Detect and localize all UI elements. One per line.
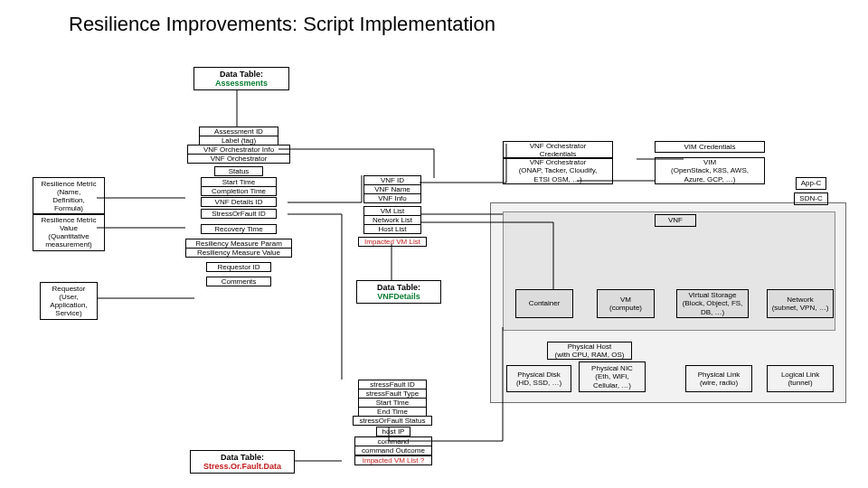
table-vnfdetails-title: Data Table: VNFDetails (356, 280, 441, 304)
fault-impacted: Impacted VM List ? (354, 455, 432, 465)
vim: VIM (OpenStack, K8S, AWS, Azure, GCP, …) (655, 157, 765, 184)
assess-orch: VNF Orchestrator Info VNF Orchestrator (187, 145, 290, 164)
assess-recovery: Recovery Time (201, 224, 277, 234)
fault-times: Start Time End Time (358, 398, 427, 417)
vm: VM (compute) (597, 289, 655, 318)
assess-id: Assessment ID Label (tag) (199, 127, 278, 145)
assess-status: Status (214, 166, 263, 176)
assess-requestor: Requestor ID (206, 262, 271, 272)
ph-disk: Physical Disk (HD, SSD, …) (506, 365, 571, 392)
assess-stressid: StressOrFault ID (201, 209, 277, 219)
orch: VNF Orchestrator (ONAP, Tacker, Cloudify… (503, 157, 613, 184)
fault-status: stressOrFault Status (353, 416, 432, 426)
assess-times: Start Time Completion Time (201, 177, 277, 196)
vstorage: Virtual Storage (Block, Object, FS, DB, … (676, 289, 749, 318)
fault-cmd: command command Outcome (354, 436, 432, 455)
orch-cred: VNF Orchestrator Credentials (503, 141, 613, 159)
fault-host: host IP (376, 427, 410, 436)
table-assessments-title: Data Table: Assessments (193, 67, 289, 90)
vnf-box: VNF (655, 214, 696, 227)
ph-link: Physical Link (wire, radio) (685, 365, 752, 392)
vnf-impacted: Impacted VM List (358, 237, 427, 247)
fault-id: stressFault ID stressFault Type (358, 380, 427, 399)
resilience-metric: Resilience Metric (Name, Definition, For… (33, 177, 105, 215)
vnf-id: VNF ID VNF Name VNF Info (363, 175, 421, 203)
container: Container (515, 289, 573, 318)
requestor-box: Requestor (User, Application, Service) (40, 282, 98, 320)
resilience-value: Resilience Metric Value (Quantitative me… (33, 213, 105, 251)
vnf-lists: VM List Network List Host List (363, 206, 421, 234)
assess-res: Resiliency Measure Param Resiliency Meas… (185, 239, 292, 258)
ph-nic: Physical NIC (Eth, WiFi, Cellular, …) (579, 361, 646, 392)
table-stressfault-title: Data Table: Stress.Or.Fault.Data (190, 450, 295, 474)
vim-cred: VIM Credentials (655, 141, 765, 153)
sdnc: SDN-C (794, 192, 828, 205)
assess-comments: Comments (206, 277, 271, 286)
assess-vnfdetails: VNF Details ID (201, 197, 277, 207)
ph-host: Physical Host (with CPU, RAM, OS) (547, 342, 632, 360)
network: Network (subnet, VPN, …) (767, 289, 834, 318)
appc: App-C (796, 177, 826, 190)
log-link: Logical Link (tunnel) (767, 365, 834, 392)
page-title: Resilience Improvements: Script Implemen… (0, 0, 868, 36)
